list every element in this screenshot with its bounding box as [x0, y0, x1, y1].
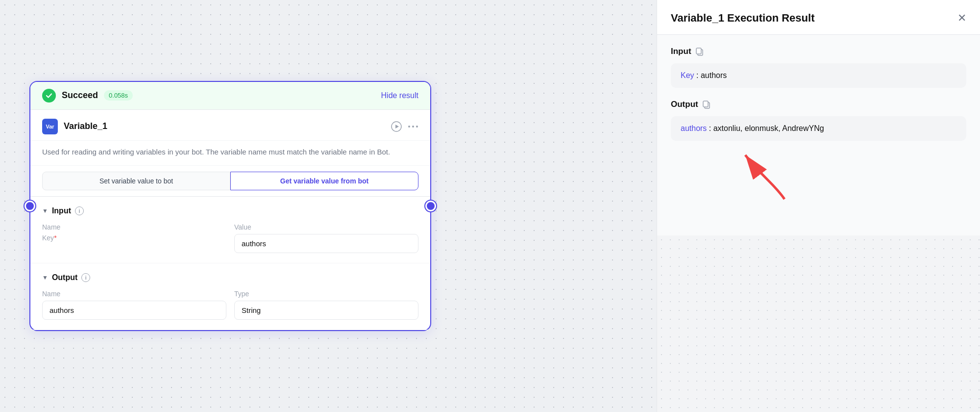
close-button[interactable]: ✕: [957, 12, 966, 25]
succeed-label: Succeed: [62, 90, 98, 101]
output-section-header: ▼ Output i: [42, 273, 418, 282]
output-name-input[interactable]: [42, 301, 226, 320]
result-output-key: authors: [681, 124, 707, 132]
svg-point-3: [412, 126, 414, 128]
key-name-field: Name Key*: [42, 223, 226, 253]
connector-left[interactable]: [24, 201, 35, 211]
result-bottom-area: [657, 235, 980, 412]
result-input-value: authors: [701, 71, 727, 79]
tab-bar: Set variable value to bot Get variable v…: [30, 166, 430, 197]
required-star: *: [54, 234, 56, 242]
var-icon: Var: [42, 119, 58, 134]
copy-output-icon[interactable]: [702, 100, 712, 109]
more-button[interactable]: [408, 125, 418, 128]
svg-point-2: [408, 126, 410, 128]
canvas-area: Succeed 0.058s Hide result Var Variable_…: [0, 0, 657, 412]
name-col-label: Name: [42, 223, 226, 231]
output-info-icon[interactable]: i: [81, 273, 90, 282]
arrow-annotation: [735, 145, 794, 206]
output-name-label: Name: [42, 290, 226, 298]
key-value-field: Value: [234, 223, 418, 253]
result-output-label: Output: [671, 100, 966, 109]
svg-marker-1: [395, 125, 399, 129]
input-fields: Name Key* Value: [42, 223, 418, 253]
result-input-key: Key: [681, 71, 694, 79]
output-type-input[interactable]: [234, 301, 418, 320]
output-name-col: Name: [42, 290, 226, 320]
result-input-colon: :: [696, 71, 701, 79]
output-fields: Name Type: [42, 290, 418, 320]
copy-input-icon[interactable]: [695, 47, 705, 56]
result-panel-title: Variable_1 Execution Result: [671, 12, 814, 25]
time-badge: 0.058s: [104, 90, 133, 101]
output-section: ▼ Output i Name Type: [30, 263, 430, 330]
output-type-label: Type: [234, 290, 418, 298]
result-body: Input Key : authors Output: [657, 35, 980, 235]
node-title-bar: Var Variable_1: [30, 110, 430, 141]
output-label: Output: [52, 273, 77, 282]
node-title: Variable_1: [64, 121, 385, 131]
key-input[interactable]: [234, 234, 418, 253]
key-field-label: Key*: [42, 234, 226, 242]
input-label: Input: [52, 206, 71, 215]
input-section-header: ▼ Input i: [42, 206, 418, 215]
value-col-label: Value: [234, 223, 418, 231]
result-output-box: authors : axtonliu, elonmusk, AndrewYNg: [671, 116, 966, 141]
input-info-icon[interactable]: i: [75, 206, 84, 215]
node-description: Used for reading and writing variables i…: [30, 141, 430, 166]
status-header: Succeed 0.058s Hide result: [30, 82, 430, 110]
result-panel: Variable_1 Execution Result ✕ Input Key …: [657, 0, 980, 412]
result-input-section: Input Key : authors: [671, 47, 966, 88]
result-output-colon: :: [709, 124, 713, 132]
node-actions: [391, 121, 418, 132]
svg-rect-6: [696, 48, 701, 54]
svg-rect-8: [703, 101, 708, 107]
result-panel-header: Variable_1 Execution Result ✕: [657, 0, 980, 35]
input-section: ▼ Input i Name Key* Value: [30, 197, 430, 263]
play-button[interactable]: [391, 121, 402, 132]
result-input-label: Input: [671, 47, 966, 56]
node-card: Succeed 0.058s Hide result Var Variable_…: [29, 81, 431, 332]
success-icon: [42, 89, 56, 103]
get-variable-tab[interactable]: Get variable value from bot: [230, 172, 418, 190]
output-chevron: ▼: [42, 274, 48, 281]
hide-result-button[interactable]: Hide result: [381, 91, 418, 100]
input-chevron: ▼: [42, 207, 48, 214]
connector-right[interactable]: [425, 201, 436, 211]
svg-point-4: [416, 126, 418, 128]
result-output-section: Output authors : axtonliu, elonmusk, And…: [671, 100, 966, 141]
set-variable-tab[interactable]: Set variable value to bot: [42, 172, 230, 190]
result-input-box: Key : authors: [671, 63, 966, 88]
result-output-value: axtonliu, elonmusk, AndrewYNg: [713, 124, 824, 132]
output-type-col: Type: [234, 290, 418, 320]
